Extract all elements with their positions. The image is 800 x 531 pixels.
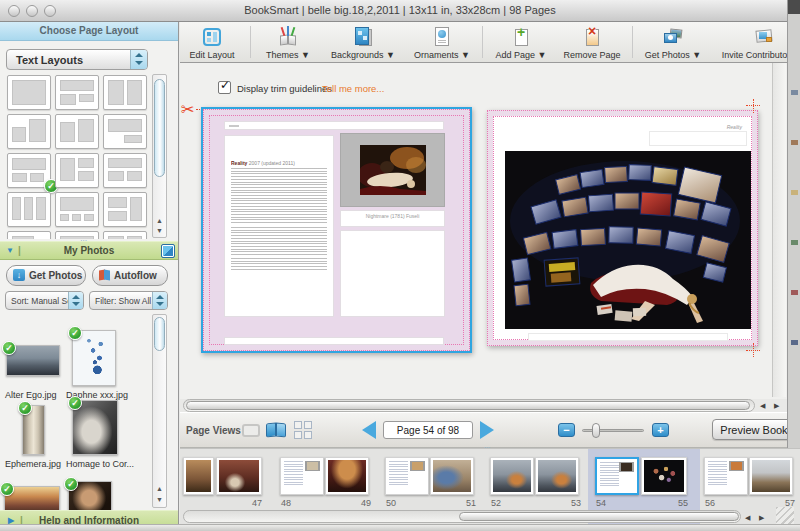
display-trim-checkbox[interactable]: ✓ (218, 81, 231, 94)
scroll-up-icon[interactable]: ▲ (155, 216, 164, 225)
grid-view-icon[interactable] (304, 421, 312, 429)
remove-page-button[interactable]: × Remove Page (558, 25, 626, 61)
layout-type-stepper[interactable] (130, 50, 147, 69)
page-thumb-48[interactable] (280, 457, 324, 495)
spread-view-icon-right[interactable] (276, 422, 286, 437)
page-thumb-57[interactable] (749, 457, 793, 495)
photo-pane-toggle-icon[interactable] (161, 244, 175, 258)
spread-view-icon[interactable] (266, 422, 276, 437)
right-page[interactable]: Reality (487, 110, 758, 346)
caption-text: Nightmare (1781) Fuseli (341, 213, 444, 219)
main-toolbar: Edit Layout Themes ▼ Backgrounds ▼ Ornam… (180, 22, 787, 63)
zoom-in-icon[interactable]: + (652, 423, 669, 437)
add-page-icon: + (510, 26, 532, 48)
preview-book-button[interactable]: Preview Book (712, 419, 796, 440)
filmstrip-scroll-right-icon[interactable]: ▶ (759, 512, 764, 523)
book-canvas[interactable]: ✓ Display trim guidelines Tell me more..… (180, 63, 787, 399)
layout-thumb[interactable] (103, 192, 147, 227)
edit-layout-button[interactable]: Edit Layout (183, 25, 241, 61)
disclosure-down-icon[interactable]: ▼ (6, 242, 14, 260)
image-box-tv-collage[interactable] (505, 151, 751, 329)
layout-thumb[interactable] (55, 231, 99, 239)
layout-thumb[interactable] (7, 114, 51, 149)
canvas-h-scrollbar-thumb[interactable] (186, 401, 750, 410)
layout-type-select[interactable]: Text Layouts (6, 49, 148, 70)
caption-box[interactable]: Nightmare (1781) Fuseli (340, 210, 445, 227)
left-page[interactable]: Reality 2007 (updated 2011) Nightmare (1… (201, 107, 472, 353)
page-header-box[interactable] (224, 121, 444, 130)
themes-button[interactable]: Themes ▼ (256, 25, 320, 61)
page-thumb-55[interactable] (641, 457, 687, 495)
invite-contributors-icon (753, 26, 775, 48)
scroll-down-icon[interactable]: ▼ (155, 495, 164, 504)
page-number-field[interactable]: Page 54 of 98 (383, 421, 473, 439)
filmstrip-scrollbar[interactable] (183, 510, 741, 523)
next-page-button[interactable] (480, 421, 494, 439)
photo-list-scrollbar[interactable]: ▲ ▼ (152, 314, 167, 508)
filter-select[interactable]: Filter: Show All (89, 291, 168, 310)
scroll-up-icon[interactable]: ▲ (155, 484, 164, 493)
image-box-nightmare[interactable] (340, 133, 445, 207)
grid-view-icon[interactable] (304, 431, 312, 439)
footer-box[interactable] (528, 333, 728, 341)
header-box[interactable] (649, 131, 747, 146)
sort-stepper[interactable] (68, 292, 83, 309)
page-thumb-47[interactable] (216, 457, 262, 495)
empty-text-box[interactable] (340, 230, 445, 317)
scroll-right-icon[interactable]: ▶ (774, 400, 779, 411)
page-thumb-50[interactable] (385, 457, 429, 495)
previous-page-button[interactable] (362, 421, 376, 439)
layout-thumb[interactable] (55, 75, 99, 110)
layout-thumb[interactable] (7, 192, 51, 227)
page-thumb-56[interactable] (704, 457, 748, 495)
single-page-view-icon[interactable] (242, 424, 260, 437)
page-thumb-49[interactable] (325, 457, 369, 495)
article-title-bold: Reality (231, 160, 247, 166)
add-page-button[interactable]: + Add Page ▼ (490, 25, 552, 61)
page-thumb-51[interactable] (430, 457, 474, 495)
page-thumb-46[interactable] (183, 457, 214, 495)
layout-thumb[interactable] (103, 153, 147, 188)
tell-me-more-link[interactable]: Tell me more... (322, 83, 384, 94)
scroll-down-icon[interactable]: ▼ (155, 226, 164, 235)
backgrounds-button[interactable]: Backgrounds ▼ (324, 25, 402, 61)
sort-select[interactable]: Sort: Manual Sort (5, 291, 84, 310)
scroll-left-icon[interactable]: ◀ (760, 400, 765, 411)
zoom-out-icon[interactable]: − (558, 423, 575, 437)
ornaments-button[interactable]: Ornaments ▼ (406, 25, 478, 61)
get-photos-toolbar-button[interactable]: Get Photos ▼ (640, 25, 706, 61)
layout-grid-scrollbar-thumb[interactable] (154, 79, 165, 177)
photo-check-icon: ✓ (0, 482, 14, 496)
layout-thumb[interactable] (55, 153, 99, 188)
layout-thumb[interactable] (55, 192, 99, 227)
page-views-bar: Page Views Page 54 of 98 − + Preview Boo… (180, 412, 800, 448)
zoom-slider-thumb[interactable] (592, 423, 600, 438)
layout-thumb[interactable] (7, 231, 51, 239)
photo-list-scrollbar-thumb[interactable] (154, 317, 165, 351)
page-thumb-52[interactable] (490, 457, 534, 495)
tv-collage-photo (505, 151, 751, 329)
get-photos-sidebar-button[interactable]: ↓ Get Photos (6, 265, 86, 286)
filter-select-value: Filter: Show All (95, 296, 151, 306)
filmstrip-scrollbar-thumb[interactable] (459, 512, 739, 521)
body-text-lines (231, 258, 327, 270)
canvas-h-scrollbar[interactable] (183, 399, 755, 412)
text-box[interactable]: Reality 2007 (updated 2011) (224, 135, 334, 317)
page-number: 55 (664, 498, 688, 508)
page-footer-box[interactable] (224, 337, 444, 345)
layout-thumb[interactable] (55, 114, 99, 149)
page-thumb-53[interactable] (535, 457, 579, 495)
layout-grid-scrollbar[interactable]: ▲ ▼ (152, 74, 167, 238)
layout-thumb[interactable] (103, 231, 147, 239)
window-resize-grip[interactable] (776, 507, 794, 525)
autoflow-button[interactable]: Autoflow (92, 265, 168, 286)
filter-stepper[interactable] (152, 292, 167, 309)
filmstrip-scroll-left-icon[interactable]: ◀ (745, 512, 750, 523)
grid-view-icon[interactable] (294, 431, 302, 439)
layout-thumb[interactable] (7, 75, 51, 110)
grid-view-icon[interactable] (294, 421, 302, 429)
layout-thumb[interactable] (103, 75, 147, 110)
canvas-v-scrollbar[interactable] (772, 63, 786, 397)
page-thumb-54-selected[interactable] (595, 457, 639, 495)
layout-thumb[interactable] (103, 114, 147, 149)
